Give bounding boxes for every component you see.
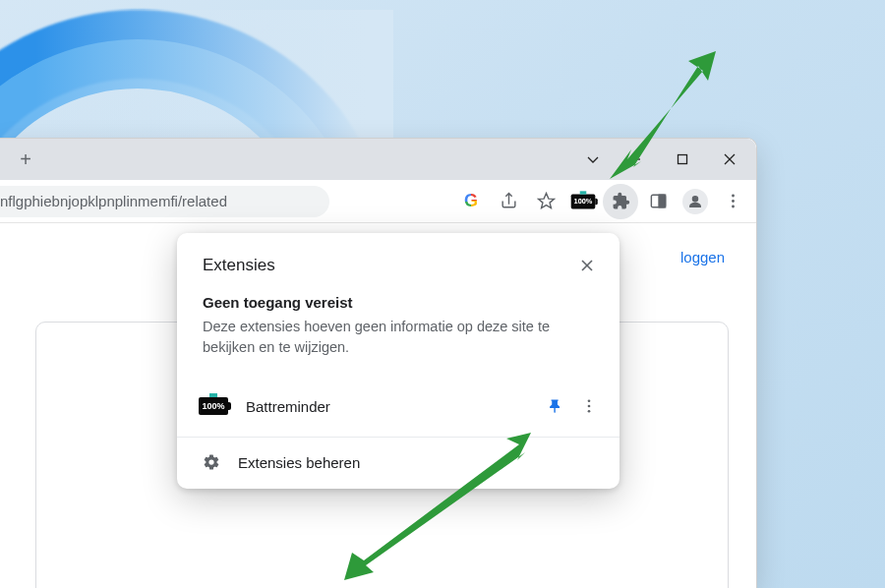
login-link[interactable]: loggen bbox=[680, 249, 725, 265]
popup-title: Extensies bbox=[203, 256, 275, 275]
popup-close-button[interactable] bbox=[572, 251, 602, 280]
url-text: nflgphiebnjopklpnplinmemfi/related bbox=[0, 193, 227, 209]
manage-extensions-label: Extensies beheren bbox=[238, 454, 360, 471]
svg-marker-4 bbox=[538, 194, 554, 208]
svg-rect-1 bbox=[678, 155, 687, 164]
tab-search-button[interactable] bbox=[575, 141, 611, 178]
gear-icon bbox=[203, 453, 220, 471]
svg-rect-7 bbox=[659, 195, 665, 207]
share-button[interactable] bbox=[491, 184, 526, 219]
window-minimize-button[interactable] bbox=[613, 141, 658, 178]
window-maximize-button[interactable] bbox=[660, 141, 705, 178]
battery-percent-label: 100% bbox=[199, 397, 228, 415]
extension-row[interactable]: 100% Battreminder bbox=[177, 376, 620, 437]
svg-point-15 bbox=[588, 410, 591, 413]
window-controls bbox=[575, 141, 752, 178]
manage-extensions-row[interactable]: Extensies beheren bbox=[177, 438, 620, 489]
battreminder-icon: 100% bbox=[199, 397, 228, 415]
window-close-button[interactable] bbox=[707, 141, 752, 178]
extension-more-button[interactable] bbox=[572, 389, 606, 423]
address-bar[interactable]: nflgphiebnjopklpnplinmemfi/related bbox=[0, 186, 329, 217]
pin-extension-button[interactable] bbox=[539, 389, 572, 423]
new-tab-button[interactable]: + bbox=[12, 146, 39, 173]
svg-point-14 bbox=[588, 405, 591, 408]
popup-section-heading: Geen toegang vereist bbox=[203, 294, 594, 311]
extensions-popup: Extensies Geen toegang vereist Deze exte… bbox=[177, 233, 620, 489]
tab-strip: + bbox=[0, 139, 756, 180]
google-search-icon[interactable]: G bbox=[453, 184, 489, 219]
bookmark-star-button[interactable] bbox=[528, 184, 563, 219]
browser-toolbar: nflgphiebnjopklpnplinmemfi/related G 100… bbox=[0, 180, 756, 223]
extensions-button[interactable] bbox=[603, 184, 638, 219]
battreminder-pinned-extension[interactable]: 100% bbox=[565, 184, 601, 219]
extension-name: Battreminder bbox=[246, 398, 539, 415]
chrome-menu-button[interactable] bbox=[715, 184, 750, 219]
svg-point-9 bbox=[732, 200, 735, 203]
popup-section-description: Deze extensies hoeven geen informatie op… bbox=[203, 317, 594, 358]
svg-point-10 bbox=[732, 206, 735, 208]
svg-point-13 bbox=[588, 399, 591, 402]
side-panel-button[interactable] bbox=[640, 184, 676, 219]
battery-percent-label: 100% bbox=[571, 194, 596, 208]
svg-point-8 bbox=[732, 195, 735, 198]
profile-button[interactable] bbox=[678, 184, 713, 219]
